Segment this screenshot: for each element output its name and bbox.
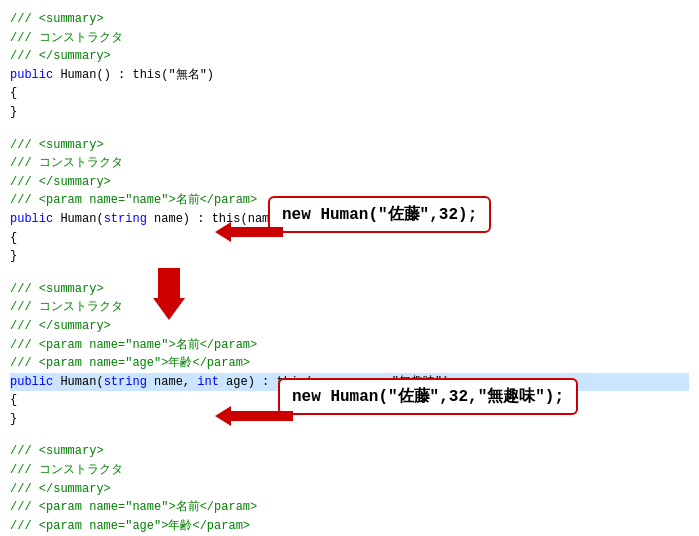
code-plain: { xyxy=(10,86,17,100)
code-line: } xyxy=(10,103,689,122)
comment-text: /// コンストラクタ xyxy=(10,31,123,45)
arrow-left-2 xyxy=(215,222,283,242)
comment-text: /// </summary> xyxy=(10,49,111,63)
code-line: /// </summary> xyxy=(10,173,689,192)
code-line: /// <summary> xyxy=(10,280,689,299)
code-line: /// <param name="age">年齢</param> xyxy=(10,354,689,373)
arrow-shaft xyxy=(158,268,180,298)
code-line: /// </summary> xyxy=(10,47,689,66)
comment-text: /// <summary> xyxy=(10,12,104,26)
keyword: public xyxy=(10,212,60,226)
code-plain: } xyxy=(10,249,17,263)
comment-text: /// <summary> xyxy=(10,282,104,296)
callout-1: new Human("佐藤",32); xyxy=(268,196,491,233)
code-plain: { xyxy=(10,231,17,245)
code-line: /// </summary> xyxy=(10,317,689,336)
arrow-left xyxy=(215,406,293,426)
code-line: /// <param name="name">名前</param> xyxy=(10,336,689,355)
comment-text: /// コンストラクタ xyxy=(10,156,123,170)
comment-text: /// <param name="name">名前</param> xyxy=(10,193,257,207)
code-line: { xyxy=(10,84,689,103)
code-line: /// <summary> xyxy=(10,136,689,155)
comment-text: /// コンストラクタ xyxy=(10,300,123,314)
code-line: /// <summary> xyxy=(10,442,689,461)
comment-text: /// <param name="age">年齢</param> xyxy=(10,519,250,533)
code-line: /// <summary> xyxy=(10,10,689,29)
arrow-down xyxy=(153,268,185,320)
comment-text: /// <param name="age">年齢</param> xyxy=(10,356,250,370)
code-plain: { xyxy=(10,393,17,407)
comment-text: /// </summary> xyxy=(10,482,111,496)
code-line: /// コンストラクタ xyxy=(10,29,689,48)
callout-2-text: new Human("佐藤",32,"無趣味"); xyxy=(292,388,564,406)
code-line: /// コンストラクタ xyxy=(10,298,689,317)
arrow-head-left xyxy=(215,406,231,426)
code-line: /// <param name="age">年齢</param> xyxy=(10,517,689,536)
arrow-shaft-h xyxy=(231,411,293,421)
code-line: /// </summary> xyxy=(10,480,689,499)
callout-2: new Human("佐藤",32,"無趣味"); xyxy=(278,378,578,415)
keyword: public xyxy=(10,68,60,82)
code-area: /// <summary> /// コンストラクタ /// </summary>… xyxy=(0,0,699,536)
arrow-shaft-h-2 xyxy=(231,227,283,237)
section-1: /// <summary> /// コンストラクタ /// </summary>… xyxy=(10,10,689,122)
arrow-head xyxy=(153,298,185,320)
code-line: } xyxy=(10,247,689,266)
code-line: /// コンストラクタ xyxy=(10,461,689,480)
keyword: public xyxy=(10,375,60,389)
code-plain: } xyxy=(10,105,17,119)
code-line: /// <param name="name">名前</param> xyxy=(10,498,689,517)
section-4: /// <summary> /// コンストラクタ /// </summary>… xyxy=(10,442,689,536)
comment-text: /// <param name="name">名前</param> xyxy=(10,338,257,352)
comment-text: /// <summary> xyxy=(10,444,104,458)
comment-text: /// </summary> xyxy=(10,175,111,189)
comment-text: /// </summary> xyxy=(10,319,111,333)
comment-text: /// <summary> xyxy=(10,138,104,152)
code-line: /// コンストラクタ xyxy=(10,154,689,173)
arrow-head-left-2 xyxy=(215,222,231,242)
code-plain: Human() : this("無名") xyxy=(60,68,214,82)
comment-text: /// コンストラクタ xyxy=(10,463,123,477)
comment-text: /// <param name="name">名前</param> xyxy=(10,500,257,514)
code-plain: } xyxy=(10,412,17,426)
code-line: public Human() : this("無名") xyxy=(10,66,689,85)
callout-1-text: new Human("佐藤",32); xyxy=(282,206,477,224)
